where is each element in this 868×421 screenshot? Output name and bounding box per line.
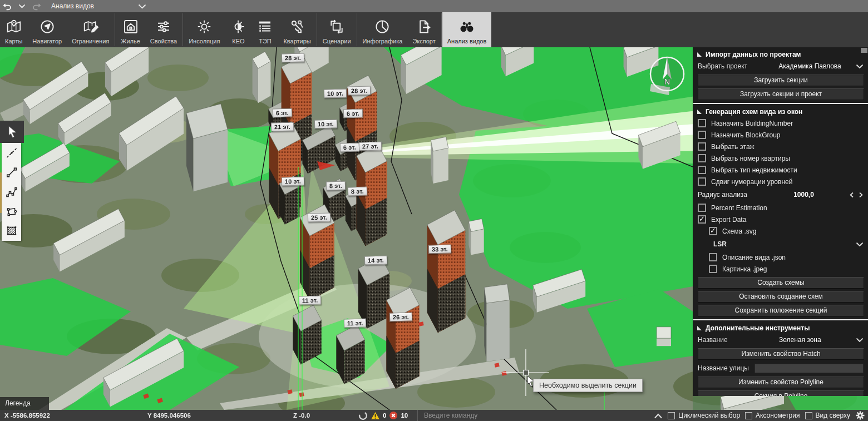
project-select-value[interactable]: Академика Павлова [747,62,856,70]
spinner-arrows-icon[interactable] [849,192,864,198]
tab-tep[interactable]: ТЭП [251,12,278,47]
settings-gear-icon[interactable] [855,410,865,420]
tab-infographics[interactable]: Инфографика [358,12,408,47]
checkbox-box[interactable] [668,412,675,419]
section-generation-header[interactable]: Генерация схем вида из окон [693,105,868,117]
floor-label: 11 эт. [344,318,366,328]
legend-panel-header[interactable]: Легенда [0,397,49,410]
tool-hatch[interactable] [2,221,21,241]
checkbox-box[interactable] [745,412,752,419]
checkbox-box[interactable] [709,265,717,273]
checkbox-box[interactable] [698,154,706,162]
tab-navigator[interactable]: Навигатор [27,12,67,47]
checkbox-box[interactable] [698,119,706,127]
command-input[interactable]: Введите команду [424,410,647,421]
checkbox-choose-floor[interactable]: Выбрать этаж [693,141,868,152]
checkbox-box[interactable] [709,227,717,235]
tab-properties[interactable]: Свойства [145,12,182,47]
section-to-polyline-button[interactable]: Секция в Polyline [698,390,864,396]
toggle-cyclic-selection[interactable]: Циклический выбор [668,412,740,419]
save-sections-position-button[interactable]: Сохранить положение секций [698,305,864,316]
checkbox-jpeg-image[interactable]: Картинка .jpeg [693,263,868,275]
change-hatch-button[interactable]: Изменить свойство Hatch [698,348,864,360]
section-import-header[interactable]: Импорт данных по проектам [693,47,868,60]
ribbon-toolbar: Карты Навигатор Ограничения Жилье Свойст… [0,12,868,47]
redo-icon[interactable] [29,0,43,12]
cursor-icon [6,125,18,138]
error-icon[interactable] [389,411,398,420]
tab-scenarios[interactable]: Сценарии [318,12,356,47]
section-extra-tools-header[interactable]: Дополнительные инструменты [693,321,868,334]
street-name-input[interactable] [754,364,864,373]
tab-insolation[interactable]: Инсоляция [184,12,225,47]
checkbox-realty-type[interactable]: Выбрать тип недвижимости [693,164,868,176]
tab-maps[interactable]: Карты [0,12,27,47]
floor-label: 26 эт. [389,312,412,321]
tool-construction-line[interactable] [2,143,21,162]
checkbox-level-offset[interactable]: Сдвиг нумерации уровней [693,176,868,187]
tab-housing[interactable]: Жилье [116,12,145,47]
spinner-icon [358,411,368,420]
tool-polyline[interactable] [2,182,21,201]
checkbox-percent-estimation[interactable]: Percent Estimation [693,202,868,214]
tab-view-analysis[interactable]: Анализ видов [442,12,492,47]
title-dropdown-icon[interactable] [135,0,149,12]
restrictions-icon [82,16,99,38]
tool-line[interactable] [2,162,21,182]
coord-z: Z -0.0 [293,410,310,421]
ribbon-separator [115,13,115,46]
chevron-down-icon[interactable] [856,64,864,69]
panel-scrollbar[interactable] [861,48,867,53]
navigator-icon [39,16,56,38]
checkbox-box[interactable] [698,131,706,139]
checkbox-box[interactable] [698,215,706,224]
checkbox-box[interactable] [698,166,706,174]
tab-keo[interactable]: КЕО [225,12,251,47]
zone-name-label: Название [698,336,728,344]
tab-restrictions[interactable]: Ограничения [67,12,114,47]
analysis-radius-label: Радиус анализа [698,191,747,199]
toggle-top-view[interactable]: Вид сверху [805,412,851,419]
tab-export[interactable]: Экспорт [407,12,440,47]
checkbox-schema-svg[interactable]: Схема .svg [693,225,868,237]
floor-label: 8 эт. [326,181,346,191]
checkbox-box[interactable] [805,412,812,419]
checkbox-box[interactable] [698,177,706,186]
line-icon [5,166,18,179]
checkbox-block-group[interactable]: Назначить BlockGroup [693,129,868,141]
tab-apartments[interactable]: Квартиры [278,12,315,47]
checkbox-box[interactable] [698,142,706,151]
zone-name-value[interactable]: Зеленая зона [728,336,856,344]
checkbox-apartment-number[interactable]: Выбрать номер квартиры [693,152,868,164]
ribbon-separator [441,13,442,46]
checkbox-building-number[interactable]: Назначить BuildingNumber [693,117,868,129]
load-sections-project-button[interactable]: Загрузить секции и проект [698,88,864,100]
analysis-radius-value[interactable]: 1000,0 [747,191,849,199]
floor-label: 33 эт. [428,244,451,254]
checkbox-export-data[interactable]: Export Data [693,214,868,225]
checkbox-box[interactable] [709,253,717,261]
chevron-down-icon[interactable] [856,338,864,343]
warning-icon[interactable] [371,412,380,420]
expand-icon[interactable] [654,413,663,419]
lsr-template-select[interactable]: LSR [713,238,864,250]
stop-schemas-button[interactable]: Остановить создание схем [698,291,864,303]
notifications-cluster: 0 10 [358,410,408,421]
create-schemas-button[interactable]: Создать схемы [698,277,864,289]
undo-icon[interactable] [0,0,14,12]
load-sections-button[interactable]: Загрузить секции [698,75,864,86]
checkbox-json-description[interactable]: Описание вида .json [693,251,868,263]
warning-count: 0 [383,412,386,419]
construction-line-icon [5,146,18,160]
undo-dropdown-icon[interactable] [14,0,29,12]
compass-icon[interactable]: N [645,52,689,97]
tool-select[interactable] [0,121,24,143]
maps-icon [6,16,22,38]
scenarios-icon [328,16,345,38]
floor-label: 25 эт. [308,212,331,222]
toggle-axonometry[interactable]: Аксонометрия [745,412,800,419]
chevron-down-icon[interactable] [856,242,864,247]
change-polyline-button[interactable]: Изменить свойство Polyline [698,377,864,388]
tool-polygon[interactable] [2,202,21,221]
checkbox-box[interactable] [698,204,706,212]
